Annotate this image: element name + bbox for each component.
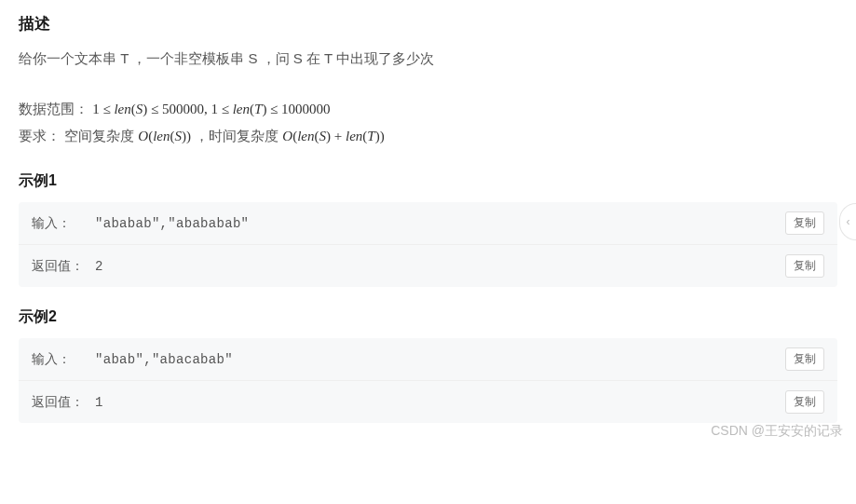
row-label-return: 返回值：: [32, 394, 91, 411]
example-row: 返回值： 1 复制: [19, 380, 837, 423]
row-left: 输入： "abab","abacabab": [32, 351, 233, 368]
row-left: 输入： "ababab","abababab": [32, 215, 249, 232]
copy-button[interactable]: 复制: [785, 211, 824, 235]
row-label-return: 返回值：: [32, 258, 91, 275]
row-left: 返回值： 1: [32, 394, 103, 411]
description-text: 给你一个文本串 T ，一个非空模板串 S ，问 S 在 T 中出现了多少次: [19, 48, 837, 70]
scroll-hint-tab[interactable]: ‹: [839, 203, 856, 240]
row-label-input: 输入：: [32, 215, 91, 232]
data-range-line: 数据范围： 1 ≤ len(S) ≤ 500000, 1 ≤ len(T) ≤ …: [19, 96, 837, 123]
copy-button[interactable]: 复制: [785, 390, 824, 414]
description-heading: 描述: [19, 13, 837, 34]
row-value-input: "ababab","abababab": [95, 216, 249, 231]
example-row: 输入： "ababab","abababab" 复制: [19, 202, 837, 244]
example-heading: 示例1: [19, 171, 837, 191]
requirement-line: 要求： 空间复杂度 O(len(S)) ，时间复杂度 O(len(S) + le…: [19, 123, 837, 150]
space-label: 空间复杂度: [64, 128, 138, 143]
example-block: 输入： "ababab","abababab" 复制 返回值： 2 复制: [19, 202, 837, 287]
time-formula: O(len(S) + len(T)): [282, 129, 384, 143]
data-range-label: 数据范围：: [19, 101, 88, 116]
example-heading: 示例2: [19, 307, 837, 327]
example-row: 返回值： 2 复制: [19, 244, 837, 287]
requirement-label: 要求：: [19, 128, 61, 143]
row-label-input: 输入：: [32, 351, 91, 368]
copy-button[interactable]: 复制: [785, 347, 824, 371]
example-block: 输入： "abab","abacabab" 复制 返回值： 1 复制: [19, 338, 837, 423]
row-left: 返回值： 2: [32, 258, 103, 275]
watermark-text: CSDN @王安安的记录: [711, 423, 843, 440]
copy-button[interactable]: 复制: [785, 254, 824, 278]
example-row: 输入： "abab","abacabab" 复制: [19, 338, 837, 380]
row-value-return: 1: [95, 395, 103, 410]
space-formula: O(len(S)): [138, 129, 191, 143]
row-value-return: 2: [95, 259, 103, 274]
data-range-formula: 1 ≤ len(S) ≤ 500000, 1 ≤ len(T) ≤ 100000…: [92, 102, 330, 116]
time-link: ，时间复杂度: [195, 128, 282, 143]
row-value-input: "abab","abacabab": [95, 352, 233, 367]
constraints-block: 数据范围： 1 ≤ len(S) ≤ 500000, 1 ≤ len(T) ≤ …: [19, 96, 837, 149]
chevron-left-icon: ‹: [847, 215, 850, 228]
